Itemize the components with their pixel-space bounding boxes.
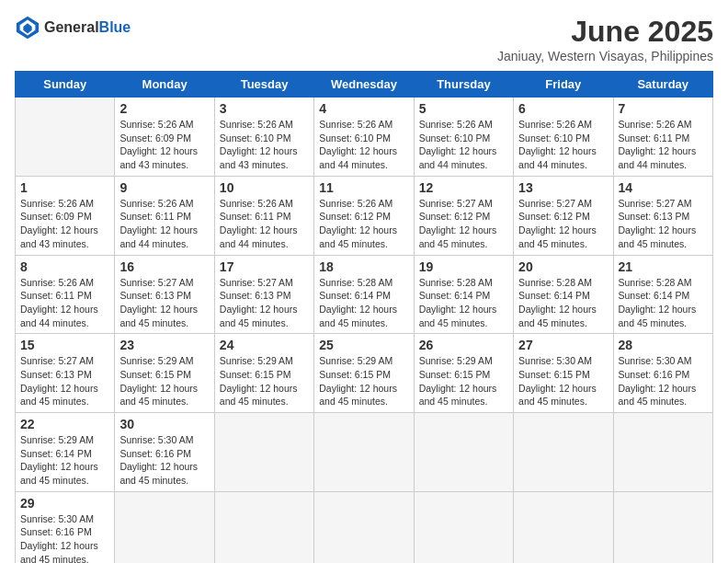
day-number: 6 bbox=[518, 101, 608, 116]
day-info: Sunrise: 5:30 AMSunset: 6:16 PMDaylight:… bbox=[619, 354, 708, 408]
table-row bbox=[214, 491, 313, 563]
table-row: 1Sunrise: 5:26 AMSunset: 6:09 PMDaylight… bbox=[16, 176, 115, 255]
day-info: Sunrise: 5:27 AMSunset: 6:12 PMDaylight:… bbox=[518, 197, 608, 251]
table-row: 15Sunrise: 5:27 AMSunset: 6:13 PMDayligh… bbox=[16, 334, 115, 413]
day-info: Sunrise: 5:26 AMSunset: 6:09 PMDaylight:… bbox=[20, 197, 109, 251]
table-row: 9Sunrise: 5:26 AMSunset: 6:11 PMDaylight… bbox=[115, 176, 214, 255]
day-info: Sunrise: 5:26 AMSunset: 6:09 PMDaylight:… bbox=[119, 118, 209, 172]
day-info: Sunrise: 5:29 AMSunset: 6:14 PMDaylight:… bbox=[20, 433, 109, 488]
day-info: Sunrise: 5:26 AMSunset: 6:10 PMDaylight:… bbox=[220, 118, 309, 172]
table-row: 22Sunrise: 5:29 AMSunset: 6:14 PMDayligh… bbox=[16, 413, 115, 492]
calendar-row: 29Sunrise: 5:30 AMSunset: 6:16 PMDayligh… bbox=[16, 491, 713, 563]
table-row: 14Sunrise: 5:27 AMSunset: 6:13 PMDayligh… bbox=[613, 176, 712, 255]
table-row: 27Sunrise: 5:30 AMSunset: 6:15 PMDayligh… bbox=[514, 334, 613, 413]
day-number: 26 bbox=[419, 338, 508, 352]
day-number: 23 bbox=[119, 338, 209, 352]
table-row: 25Sunrise: 5:29 AMSunset: 6:15 PMDayligh… bbox=[314, 334, 414, 413]
calendar-title: June 2025 bbox=[497, 15, 713, 49]
day-info: Sunrise: 5:26 AMSunset: 6:11 PMDaylight:… bbox=[619, 118, 708, 172]
day-info: Sunrise: 5:30 AMSunset: 6:16 PMDaylight:… bbox=[119, 433, 209, 488]
table-row: 18Sunrise: 5:28 AMSunset: 6:14 PMDayligh… bbox=[314, 255, 414, 334]
calendar-table: Sunday Monday Tuesday Wednesday Thursday… bbox=[15, 71, 713, 563]
day-info: Sunrise: 5:29 AMSunset: 6:15 PMDaylight:… bbox=[119, 354, 209, 408]
day-number: 20 bbox=[518, 259, 608, 274]
day-number: 21 bbox=[619, 259, 708, 274]
table-row: 11Sunrise: 5:26 AMSunset: 6:12 PMDayligh… bbox=[314, 176, 414, 255]
title-area: June 2025 Janiuay, Western Visayas, Phil… bbox=[497, 15, 713, 63]
logo-blue: Blue bbox=[99, 19, 131, 35]
table-row bbox=[314, 413, 414, 492]
calendar-row: 8Sunrise: 5:26 AMSunset: 6:11 PMDaylight… bbox=[16, 255, 713, 334]
day-info: Sunrise: 5:26 AMSunset: 6:10 PMDaylight:… bbox=[419, 118, 508, 172]
day-number: 3 bbox=[220, 101, 309, 116]
header-thursday: Thursday bbox=[414, 72, 513, 98]
day-number: 11 bbox=[319, 180, 408, 195]
day-info: Sunrise: 5:27 AMSunset: 6:12 PMDaylight:… bbox=[419, 197, 508, 251]
day-info: Sunrise: 5:29 AMSunset: 6:15 PMDaylight:… bbox=[319, 354, 408, 408]
table-row bbox=[613, 413, 712, 492]
header-saturday: Saturday bbox=[613, 72, 712, 98]
day-info: Sunrise: 5:27 AMSunset: 6:13 PMDaylight:… bbox=[20, 354, 109, 408]
day-info: Sunrise: 5:28 AMSunset: 6:14 PMDaylight:… bbox=[419, 276, 508, 330]
day-info: Sunrise: 5:26 AMSunset: 6:10 PMDaylight:… bbox=[319, 118, 408, 172]
day-info: Sunrise: 5:26 AMSunset: 6:12 PMDaylight:… bbox=[319, 197, 408, 251]
page-header: GeneralBlue June 2025 Janiuay, Western V… bbox=[15, 15, 713, 63]
table-row: 4Sunrise: 5:26 AMSunset: 6:10 PMDaylight… bbox=[314, 98, 414, 177]
header-friday: Friday bbox=[514, 72, 613, 98]
table-row bbox=[613, 491, 712, 563]
table-row bbox=[314, 491, 414, 563]
header-sunday: Sunday bbox=[16, 72, 115, 98]
day-info: Sunrise: 5:29 AMSunset: 6:15 PMDaylight:… bbox=[419, 354, 508, 408]
day-info: Sunrise: 5:26 AMSunset: 6:10 PMDaylight:… bbox=[518, 118, 608, 172]
table-row: 5Sunrise: 5:26 AMSunset: 6:10 PMDaylight… bbox=[414, 98, 513, 177]
table-row: 29Sunrise: 5:30 AMSunset: 6:16 PMDayligh… bbox=[16, 491, 115, 563]
day-number: 25 bbox=[319, 338, 408, 352]
table-row bbox=[115, 491, 214, 563]
day-number: 28 bbox=[619, 338, 708, 352]
day-number: 16 bbox=[119, 259, 209, 274]
day-info: Sunrise: 5:28 AMSunset: 6:14 PMDaylight:… bbox=[518, 276, 608, 330]
day-info: Sunrise: 5:26 AMSunset: 6:11 PMDaylight:… bbox=[119, 197, 209, 251]
day-number: 5 bbox=[419, 101, 508, 116]
day-info: Sunrise: 5:27 AMSunset: 6:13 PMDaylight:… bbox=[119, 276, 209, 330]
calendar-row: 22Sunrise: 5:29 AMSunset: 6:14 PMDayligh… bbox=[16, 413, 713, 492]
table-row: 23Sunrise: 5:29 AMSunset: 6:15 PMDayligh… bbox=[115, 334, 214, 413]
day-number: 7 bbox=[619, 101, 708, 116]
table-row: 16Sunrise: 5:27 AMSunset: 6:13 PMDayligh… bbox=[115, 255, 214, 334]
table-row bbox=[16, 98, 115, 177]
table-row: 13Sunrise: 5:27 AMSunset: 6:12 PMDayligh… bbox=[514, 176, 613, 255]
logo: GeneralBlue bbox=[15, 15, 131, 40]
table-row: 24Sunrise: 5:29 AMSunset: 6:15 PMDayligh… bbox=[214, 334, 313, 413]
calendar-row: 2Sunrise: 5:26 AMSunset: 6:09 PMDaylight… bbox=[16, 98, 713, 177]
table-row: 21Sunrise: 5:28 AMSunset: 6:14 PMDayligh… bbox=[613, 255, 712, 334]
logo-icon bbox=[15, 15, 40, 40]
day-info: Sunrise: 5:28 AMSunset: 6:14 PMDaylight:… bbox=[319, 276, 408, 330]
table-row: 8Sunrise: 5:26 AMSunset: 6:11 PMDaylight… bbox=[16, 255, 115, 334]
header-tuesday: Tuesday bbox=[214, 72, 313, 98]
table-row bbox=[214, 413, 313, 492]
day-number: 13 bbox=[518, 180, 608, 195]
header-wednesday: Wednesday bbox=[314, 72, 414, 98]
day-number: 2 bbox=[119, 101, 209, 116]
table-row bbox=[514, 413, 613, 492]
day-info: Sunrise: 5:30 AMSunset: 6:16 PMDaylight:… bbox=[20, 512, 109, 563]
table-row: 17Sunrise: 5:27 AMSunset: 6:13 PMDayligh… bbox=[214, 255, 313, 334]
table-row: 30Sunrise: 5:30 AMSunset: 6:16 PMDayligh… bbox=[115, 413, 214, 492]
day-info: Sunrise: 5:26 AMSunset: 6:11 PMDaylight:… bbox=[220, 197, 309, 251]
table-row: 10Sunrise: 5:26 AMSunset: 6:11 PMDayligh… bbox=[214, 176, 313, 255]
table-row: 3Sunrise: 5:26 AMSunset: 6:10 PMDaylight… bbox=[214, 98, 313, 177]
day-number: 1 bbox=[20, 180, 109, 195]
day-info: Sunrise: 5:26 AMSunset: 6:11 PMDaylight:… bbox=[20, 276, 109, 330]
day-info: Sunrise: 5:27 AMSunset: 6:13 PMDaylight:… bbox=[220, 276, 309, 330]
table-row: 19Sunrise: 5:28 AMSunset: 6:14 PMDayligh… bbox=[414, 255, 513, 334]
calendar-subtitle: Janiuay, Western Visayas, Philippines bbox=[497, 49, 713, 63]
day-number: 4 bbox=[319, 101, 408, 116]
day-number: 19 bbox=[419, 259, 508, 274]
day-number: 22 bbox=[20, 417, 109, 431]
day-number: 10 bbox=[220, 180, 309, 195]
day-number: 29 bbox=[20, 496, 109, 511]
day-info: Sunrise: 5:29 AMSunset: 6:15 PMDaylight:… bbox=[220, 354, 309, 408]
day-number: 18 bbox=[319, 259, 408, 274]
table-row: 7Sunrise: 5:26 AMSunset: 6:11 PMDaylight… bbox=[613, 98, 712, 177]
table-row bbox=[514, 491, 613, 563]
